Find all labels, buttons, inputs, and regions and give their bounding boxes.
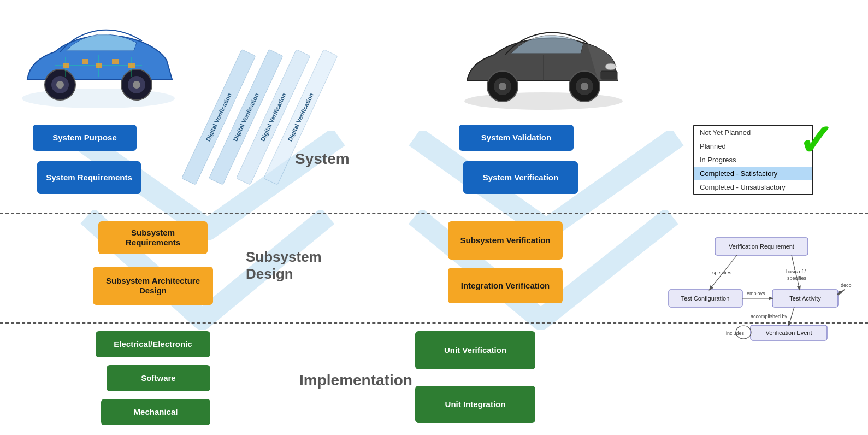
level-system-label: System <box>295 150 350 168</box>
box-subsystem-architecture-design[interactable]: Subsystem Architecture Design <box>93 267 213 305</box>
box-mechanical[interactable]: Mechanical <box>101 399 210 425</box>
status-dropdown[interactable]: Not Yet Planned Planned In Progress Comp… <box>693 125 813 195</box>
dashed-divider-system-subsystem <box>0 213 868 214</box>
status-in-progress[interactable]: In Progress <box>694 153 812 167</box>
checkmark-icon: ✓ <box>798 119 834 163</box>
box-software[interactable]: Software <box>107 365 210 391</box>
diagram-container: Digital Verification Digital Verificatio… <box>0 0 868 435</box>
box-system-purpose[interactable]: System Purpose <box>33 125 137 151</box>
svg-text:employs: employs <box>747 291 765 296</box>
verification-diagram: Verification Requirement Test Configurat… <box>666 235 852 344</box>
status-completed-unsatisfactory[interactable]: Completed - Unsatisfactory <box>694 180 812 194</box>
level-subsystem-label: SubsystemDesign <box>246 249 322 283</box>
box-subsystem-requirements[interactable]: Subsystem Requirements <box>98 221 208 254</box>
svg-text:specifies: specifies <box>712 270 732 275</box>
box-unit-verification[interactable]: Unit Verification <box>415 331 535 369</box>
diagonal-strips: Digital Verification Digital Verificatio… <box>98 44 404 240</box>
box-system-verification[interactable]: System Verification <box>463 161 578 194</box>
svg-rect-14 <box>82 59 88 64</box>
status-completed-satisfactory[interactable]: Completed - Satisfactory <box>694 167 812 180</box>
svg-text:accomplished by: accomplished by <box>751 314 788 319</box>
level-implementation-label: Implementation <box>299 372 412 389</box>
svg-text:Verification Requirement: Verification Requirement <box>729 243 794 250</box>
svg-rect-11 <box>63 63 69 68</box>
svg-point-3 <box>56 81 64 89</box>
svg-rect-17 <box>601 71 617 79</box>
svg-text:includes: includes <box>726 331 745 336</box>
svg-text:Verification Event: Verification Event <box>766 330 812 336</box>
box-unit-integration[interactable]: Unit Integration <box>415 386 535 423</box>
verif-diagram-svg: Verification Requirement Test Configurat… <box>666 235 852 344</box>
svg-text:specifies: specifies <box>787 275 807 281</box>
svg-line-49 <box>789 307 794 325</box>
svg-text:basis of /: basis of / <box>786 269 806 274</box>
svg-text:Test Activity: Test Activity <box>789 295 821 302</box>
box-system-validation[interactable]: System Validation <box>459 125 574 151</box>
svg-text:Test Configuration: Test Configuration <box>681 295 730 302</box>
svg-point-21 <box>499 83 506 90</box>
svg-point-16 <box>464 92 623 110</box>
box-system-requirements[interactable]: System Requirements <box>37 161 141 194</box>
car-right-image <box>453 0 634 115</box>
box-subsystem-verification[interactable]: Subsystem Verification <box>448 221 563 260</box>
box-integration-verification[interactable]: Integration Verification <box>448 268 563 303</box>
box-electrical-electronic[interactable]: Electrical/Electronic <box>96 331 210 357</box>
svg-text:decomposed by: decomposed by <box>841 283 852 288</box>
svg-point-24 <box>581 83 588 90</box>
svg-point-18 <box>605 63 616 70</box>
status-planned[interactable]: Planned <box>694 139 812 153</box>
status-not-yet-planned[interactable]: Not Yet Planned <box>694 126 812 139</box>
